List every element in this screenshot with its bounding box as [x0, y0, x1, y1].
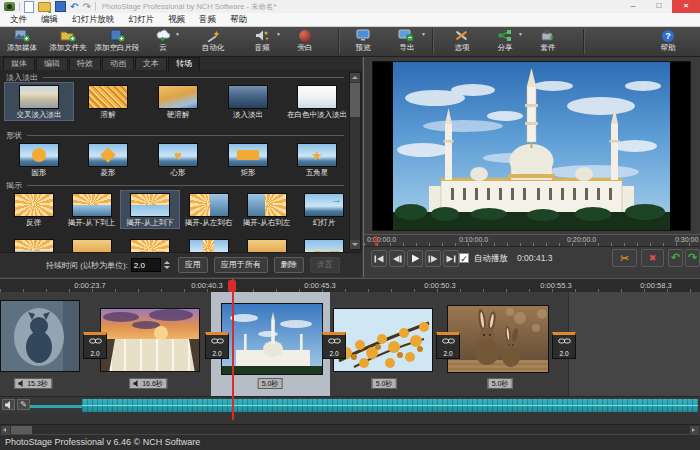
preview-playhead[interactable]	[375, 236, 377, 246]
scrollbar-thumb[interactable]	[11, 426, 32, 434]
add-blank-clip-button[interactable]: 添加空白片段	[92, 28, 142, 56]
menu-file[interactable]: 文件	[3, 13, 34, 26]
step-forward-button[interactable]	[425, 250, 441, 267]
settings-button[interactable]: 设置	[310, 257, 340, 273]
tab-animation[interactable]: 动画	[102, 57, 134, 70]
clip-cat[interactable]	[0, 300, 80, 372]
scroll-down-icon[interactable]	[350, 240, 360, 249]
save-icon[interactable]	[55, 1, 66, 12]
clip-ginkgo-leaves[interactable]	[333, 308, 433, 372]
autoplay-checkbox[interactable]: ✓	[459, 253, 469, 263]
scroll-up-icon[interactable]	[350, 73, 360, 82]
clip-sunset-waterfall[interactable]	[100, 308, 200, 372]
duration-input[interactable]	[131, 258, 161, 272]
clip-rabbit-figurines[interactable]	[447, 305, 549, 373]
duration-spinner[interactable]	[163, 261, 172, 269]
tab-edit[interactable]: 编辑	[36, 57, 68, 70]
menu-audio[interactable]: 音频	[192, 13, 223, 26]
scrollbar-thumb[interactable]	[350, 83, 360, 117]
transition-item-reveal-down[interactable]: 揭开-从上到下	[121, 191, 179, 228]
scroll-left-icon[interactable]	[1, 426, 10, 434]
remove-clip-button[interactable]: ✖	[641, 249, 664, 267]
close-button[interactable]: ×	[672, 0, 700, 13]
transition-item[interactable]	[180, 237, 237, 252]
transition-item-slide[interactable]: 幻灯片	[296, 191, 352, 228]
panel-scrollbar[interactable]	[349, 72, 361, 250]
tab-text[interactable]: 文本	[135, 57, 167, 70]
transition-item-fade-white[interactable]: 在白色中淡入淡出	[283, 83, 351, 120]
add-media-button[interactable]: 添加媒体	[2, 28, 42, 56]
transition-item-heart[interactable]: 心形	[144, 141, 212, 178]
go-to-start-button[interactable]	[371, 250, 387, 267]
step-back-button[interactable]	[389, 250, 405, 267]
audio-waveform[interactable]	[82, 399, 698, 412]
remove-button[interactable]: 删除	[274, 257, 304, 273]
undo-icon[interactable]: ↶	[70, 2, 78, 12]
automate-button[interactable]: 自动化	[192, 28, 234, 56]
transition-indicator[interactable]: 2.0	[83, 332, 107, 359]
transition-item-hard-dissolve[interactable]: 硬溶解	[144, 83, 212, 120]
transition-item-crossfade[interactable]: 交叉淡入淡出	[5, 83, 73, 120]
options-button[interactable]: 选项	[444, 28, 480, 56]
tab-media[interactable]: 媒体	[3, 57, 35, 70]
split-clip-button[interactable]: ✂	[612, 249, 637, 267]
open-project-icon[interactable]	[38, 2, 51, 12]
transition-item[interactable]	[121, 237, 179, 252]
help-button[interactable]: 帮助	[648, 28, 688, 56]
timeline-playhead[interactable]	[232, 279, 234, 420]
transition-item[interactable]	[63, 237, 120, 252]
suite-button[interactable]: 套件	[530, 28, 566, 56]
transition-item-dissolve[interactable]: 溶解	[74, 83, 142, 120]
transition-item-reveal-left[interactable]: 揭开-从右到左	[238, 191, 295, 228]
tab-effects[interactable]: 特效	[69, 57, 101, 70]
timeline-scrollbar[interactable]	[0, 424, 700, 434]
apply-all-button[interactable]: 应用于所有	[214, 257, 268, 273]
transition-item-rectangle[interactable]: 矩形	[214, 141, 282, 178]
preview-video[interactable]	[372, 61, 691, 231]
maximize-button[interactable]: □	[646, 0, 672, 13]
minimize-button[interactable]: –	[620, 0, 646, 13]
audio-mute-button[interactable]	[2, 399, 15, 410]
transition-item[interactable]	[296, 237, 345, 252]
narrate-button[interactable]: 旁白	[286, 28, 324, 56]
transition-item-circle[interactable]: 圆形	[5, 141, 73, 178]
menu-slideshow[interactable]: 幻灯片放映	[65, 13, 122, 26]
copy-icon[interactable]	[24, 1, 34, 13]
preview-button[interactable]: 预览	[345, 28, 381, 56]
menu-edit[interactable]: 编辑	[34, 13, 65, 26]
transition-item-fade[interactable]: 淡入淡出	[214, 83, 282, 120]
transition-indicator[interactable]: 2.0	[205, 332, 229, 359]
clip-mosque[interactable]	[221, 303, 323, 375]
transition-item-bounce[interactable]: 反弹	[5, 191, 62, 228]
redo-button[interactable]: ↷	[685, 249, 700, 267]
menu-slide[interactable]: 幻灯片	[122, 13, 162, 26]
transition-item-diamond[interactable]: 菱形	[74, 141, 142, 178]
share-button[interactable]: ▼ 分享	[487, 28, 523, 56]
cloud-button[interactable]: ▼ 云	[146, 28, 180, 56]
timeline-ruler[interactable]: 0:00:23.7 0:00:40.3 0:00:45.3 0:00:50.3 …	[0, 278, 700, 292]
transition-indicator[interactable]: 2.0	[436, 332, 460, 359]
transition-item-reveal-right[interactable]: 揭开-从左到右	[180, 191, 237, 228]
go-to-end-button[interactable]	[443, 250, 459, 267]
transition-item-reveal-up[interactable]: 揭开-从下到上	[63, 191, 120, 228]
undo-button[interactable]: ↶	[668, 249, 683, 267]
audio-edit-button[interactable]: ✎	[17, 399, 30, 410]
play-button[interactable]	[407, 250, 423, 267]
transition-item[interactable]	[238, 237, 295, 252]
add-folder-button[interactable]: 添加文件夹	[46, 28, 90, 56]
transition-indicator[interactable]: 2.0	[552, 332, 576, 359]
menu-help[interactable]: 帮助	[223, 13, 254, 26]
transition-indicator[interactable]: 2.0	[322, 332, 346, 359]
transition-item-star[interactable]: 五角星	[283, 141, 351, 178]
redo-icon[interactable]: ↷	[82, 2, 90, 12]
transition-item[interactable]	[5, 237, 62, 252]
tab-transitions[interactable]: 转场	[168, 57, 200, 71]
status-bar: PhotoStage Professional v 6.46 © NCH Sof…	[0, 434, 700, 450]
audio-button[interactable]: ▼ 音频	[243, 28, 281, 56]
export-button[interactable]: ▼ 导出	[388, 28, 426, 56]
preview-ruler[interactable]: 0:00:00.0 0:10:00.0 0:20:00.0 0:30:00	[364, 234, 700, 247]
audio-waveform-quiet[interactable]	[30, 405, 82, 408]
scroll-right-icon[interactable]	[690, 426, 699, 434]
apply-button[interactable]: 应用	[178, 257, 208, 273]
menu-video[interactable]: 视频	[161, 13, 192, 26]
